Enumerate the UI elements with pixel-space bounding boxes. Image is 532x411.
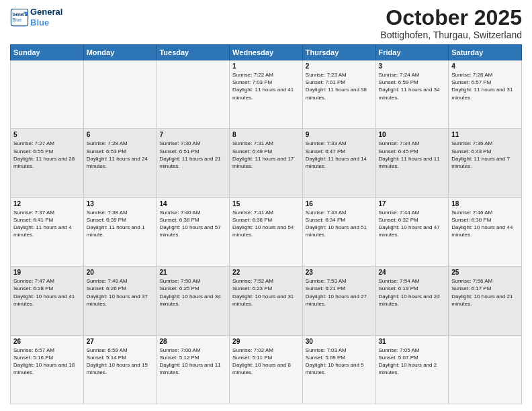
day-info: Sunrise: 7:56 AM Sunset: 6:17 PM Dayligh…: [451, 277, 519, 308]
day-number: 11: [451, 131, 519, 138]
day-number: 16: [306, 200, 373, 208]
day-info: Sunrise: 7:22 AM Sunset: 7:03 PM Dayligh…: [232, 71, 300, 101]
day-info: Sunrise: 7:02 AM Sunset: 5:11 PM Dayligh…: [232, 347, 300, 377]
day-number: 19: [13, 269, 81, 276]
day-info: Sunrise: 7:41 AM Sunset: 6:36 PM Dayligh…: [232, 209, 300, 239]
day-info: Sunrise: 7:46 AM Sunset: 6:30 PM Dayligh…: [451, 209, 519, 239]
day-number: 30: [306, 338, 373, 345]
day-info: Sunrise: 6:57 AM Sunset: 5:16 PM Dayligh…: [13, 347, 81, 377]
calendar-cell: [83, 60, 157, 129]
day-info: Sunrise: 7:38 AM Sunset: 6:39 PM Dayligh…: [87, 209, 154, 239]
calendar-cell: 29Sunrise: 7:02 AM Sunset: 5:11 PM Dayli…: [230, 335, 303, 404]
day-info: Sunrise: 7:40 AM Sunset: 6:38 PM Dayligh…: [159, 209, 226, 239]
day-info: Sunrise: 7:43 AM Sunset: 6:34 PM Dayligh…: [306, 209, 373, 239]
calendar-cell: 27Sunrise: 6:59 AM Sunset: 5:14 PM Dayli…: [83, 335, 157, 404]
calendar-cell: 25Sunrise: 7:56 AM Sunset: 6:17 PM Dayli…: [449, 267, 522, 335]
day-info: Sunrise: 7:52 AM Sunset: 6:23 PM Dayligh…: [232, 277, 300, 308]
calendar-week-1: 1Sunrise: 7:22 AM Sunset: 7:03 PM Daylig…: [11, 60, 522, 129]
calendar-cell: 13Sunrise: 7:38 AM Sunset: 6:39 PM Dayli…: [83, 197, 157, 266]
calendar-cell: 4Sunrise: 7:26 AM Sunset: 6:57 PM Daylig…: [449, 60, 522, 129]
day-info: Sunrise: 7:26 AM Sunset: 6:57 PM Dayligh…: [451, 71, 519, 101]
calendar-cell: 1Sunrise: 7:22 AM Sunset: 7:03 PM Daylig…: [230, 60, 303, 129]
calendar-cell: 22Sunrise: 7:52 AM Sunset: 6:23 PM Dayli…: [230, 267, 303, 335]
calendar-header-saturday: Saturday: [449, 45, 522, 60]
calendar-header-tuesday: Tuesday: [157, 45, 230, 60]
day-number: 1: [232, 62, 300, 70]
calendar-header-wednesday: Wednesday: [230, 45, 303, 60]
day-number: 15: [232, 200, 300, 208]
calendar-cell: 14Sunrise: 7:40 AM Sunset: 6:38 PM Dayli…: [157, 197, 230, 266]
calendar-header-friday: Friday: [375, 45, 449, 60]
day-number: 6: [87, 131, 154, 138]
title-block: October 2025 Bottighofen, Thurgau, Switz…: [380, 7, 522, 40]
day-info: Sunrise: 7:37 AM Sunset: 6:41 PM Dayligh…: [13, 209, 81, 239]
calendar-cell: [157, 60, 230, 129]
day-number: 4: [451, 62, 519, 70]
calendar-cell: 5Sunrise: 7:27 AM Sunset: 6:55 PM Daylig…: [11, 129, 84, 197]
calendar-cell: 17Sunrise: 7:44 AM Sunset: 6:32 PM Dayli…: [375, 197, 449, 266]
day-number: 8: [232, 131, 300, 138]
day-number: 12: [13, 200, 81, 208]
day-number: 7: [159, 131, 226, 138]
day-info: Sunrise: 7:23 AM Sunset: 7:01 PM Dayligh…: [306, 71, 373, 101]
calendar-cell: 28Sunrise: 7:00 AM Sunset: 5:12 PM Dayli…: [157, 335, 230, 404]
calendar-cell: 11Sunrise: 7:36 AM Sunset: 6:43 PM Dayli…: [449, 129, 522, 197]
calendar-week-4: 19Sunrise: 7:47 AM Sunset: 6:28 PM Dayli…: [11, 267, 522, 335]
calendar-cell: 12Sunrise: 7:37 AM Sunset: 6:41 PM Dayli…: [11, 197, 84, 266]
calendar-cell: 21Sunrise: 7:50 AM Sunset: 6:25 PM Dayli…: [157, 267, 230, 335]
page: General Blue General Blue October 2025 B…: [0, 0, 532, 411]
day-number: 17: [379, 200, 446, 208]
calendar-cell: 19Sunrise: 7:47 AM Sunset: 6:28 PM Dayli…: [11, 267, 84, 335]
day-info: Sunrise: 7:33 AM Sunset: 6:47 PM Dayligh…: [306, 140, 373, 170]
calendar-cell: 7Sunrise: 7:30 AM Sunset: 6:51 PM Daylig…: [157, 129, 230, 197]
day-info: Sunrise: 7:53 AM Sunset: 6:21 PM Dayligh…: [306, 277, 373, 308]
day-info: Sunrise: 7:49 AM Sunset: 6:26 PM Dayligh…: [87, 277, 154, 308]
day-info: Sunrise: 7:47 AM Sunset: 6:28 PM Dayligh…: [13, 277, 81, 308]
calendar-week-5: 26Sunrise: 6:57 AM Sunset: 5:16 PM Dayli…: [11, 335, 522, 404]
day-number: 13: [87, 200, 154, 208]
day-info: Sunrise: 7:30 AM Sunset: 6:51 PM Dayligh…: [159, 140, 226, 170]
location-title: Bottighofen, Thurgau, Switzerland: [380, 30, 522, 40]
day-info: Sunrise: 7:00 AM Sunset: 5:12 PM Dayligh…: [159, 347, 226, 377]
day-number: 29: [232, 338, 300, 345]
calendar-header-row: SundayMondayTuesdayWednesdayThursdayFrid…: [11, 45, 522, 60]
day-info: Sunrise: 7:24 AM Sunset: 6:59 PM Dayligh…: [379, 71, 446, 101]
day-number: 27: [87, 338, 154, 345]
day-number: 2: [306, 62, 373, 70]
day-info: Sunrise: 7:05 AM Sunset: 5:07 PM Dayligh…: [379, 347, 446, 377]
calendar-week-3: 12Sunrise: 7:37 AM Sunset: 6:41 PM Dayli…: [11, 197, 522, 266]
calendar-cell: 18Sunrise: 7:46 AM Sunset: 6:30 PM Dayli…: [449, 197, 522, 266]
day-number: 23: [306, 269, 373, 276]
day-info: Sunrise: 7:03 AM Sunset: 5:09 PM Dayligh…: [306, 347, 373, 377]
logo-text: General Blue: [30, 7, 62, 28]
day-info: Sunrise: 7:27 AM Sunset: 6:55 PM Dayligh…: [13, 140, 81, 170]
calendar-cell: 2Sunrise: 7:23 AM Sunset: 7:01 PM Daylig…: [302, 60, 375, 129]
day-number: 5: [13, 131, 81, 138]
logo-icon: General Blue: [10, 8, 29, 27]
calendar-header-monday: Monday: [83, 45, 157, 60]
day-number: 22: [232, 269, 300, 276]
calendar-cell: 3Sunrise: 7:24 AM Sunset: 6:59 PM Daylig…: [375, 60, 449, 129]
day-info: Sunrise: 7:34 AM Sunset: 6:45 PM Dayligh…: [379, 140, 446, 170]
day-info: Sunrise: 7:50 AM Sunset: 6:25 PM Dayligh…: [159, 277, 226, 308]
day-number: 25: [451, 269, 519, 276]
calendar-header-sunday: Sunday: [11, 45, 84, 60]
calendar-cell: 24Sunrise: 7:54 AM Sunset: 6:19 PM Dayli…: [375, 267, 449, 335]
calendar-cell: 10Sunrise: 7:34 AM Sunset: 6:45 PM Dayli…: [375, 129, 449, 197]
day-number: 20: [87, 269, 154, 276]
day-number: 10: [379, 131, 446, 138]
day-info: Sunrise: 7:36 AM Sunset: 6:43 PM Dayligh…: [451, 140, 519, 170]
day-number: 18: [451, 200, 519, 208]
calendar-cell: 20Sunrise: 7:49 AM Sunset: 6:26 PM Dayli…: [83, 267, 157, 335]
day-number: 31: [379, 338, 446, 345]
calendar-cell: 31Sunrise: 7:05 AM Sunset: 5:07 PM Dayli…: [375, 335, 449, 404]
day-number: 14: [159, 200, 226, 208]
calendar-table: SundayMondayTuesdayWednesdayThursdayFrid…: [10, 44, 522, 404]
logo: General Blue General Blue: [10, 7, 62, 28]
calendar-cell: 30Sunrise: 7:03 AM Sunset: 5:09 PM Dayli…: [302, 335, 375, 404]
calendar-cell: 8Sunrise: 7:31 AM Sunset: 6:49 PM Daylig…: [230, 129, 303, 197]
calendar-cell: 26Sunrise: 6:57 AM Sunset: 5:16 PM Dayli…: [11, 335, 84, 404]
day-info: Sunrise: 6:59 AM Sunset: 5:14 PM Dayligh…: [87, 347, 154, 377]
day-info: Sunrise: 7:44 AM Sunset: 6:32 PM Dayligh…: [379, 209, 446, 239]
calendar-cell: 16Sunrise: 7:43 AM Sunset: 6:34 PM Dayli…: [302, 197, 375, 266]
